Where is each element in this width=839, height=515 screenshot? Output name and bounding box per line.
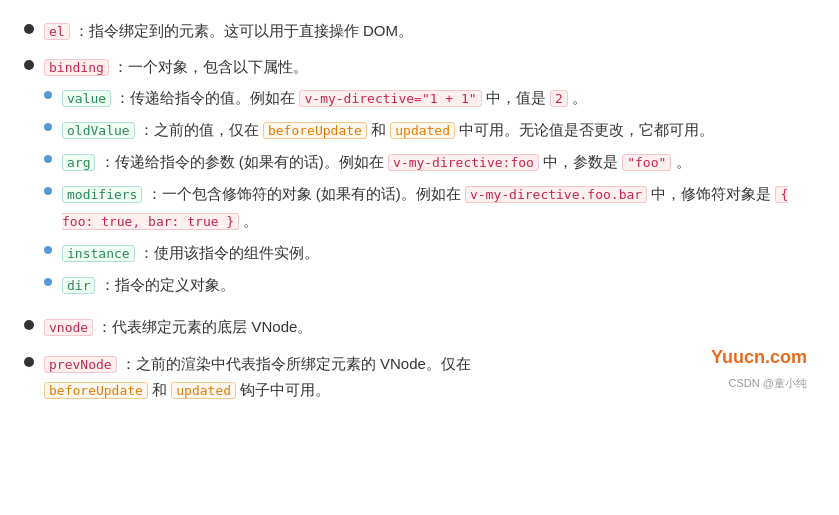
code-modifiers: modifiers <box>62 186 142 203</box>
bullet-value <box>44 91 52 99</box>
code-updated-1: updated <box>390 122 455 139</box>
oldvalue-text2: 和 <box>371 121 390 138</box>
code-value-example: v-my-directive="1 + 1" <box>299 90 481 107</box>
el-content: el ：指令绑定到的元素。这可以用于直接操作 DOM。 <box>44 18 807 44</box>
list-item-arg: arg ：传递给指令的参数 (如果有的话)。例如在 v-my-directive… <box>44 149 807 175</box>
arg-text3: 。 <box>676 153 691 170</box>
oldvalue-text1: ：之前的值，仅在 <box>139 121 263 138</box>
binding-content: binding ：一个对象，包含以下属性。 value ：传递给指令的值。例如在… <box>44 54 807 304</box>
dir-text: ：指令的定义对象。 <box>100 276 235 293</box>
instance-text: ：使用该指令的组件实例。 <box>139 244 319 261</box>
code-vnode: vnode <box>44 319 93 336</box>
bullet-prevnode <box>24 357 34 367</box>
code-value: value <box>62 90 111 107</box>
code-modifiers-example: v-my-directive.foo.bar <box>465 186 647 203</box>
dir-content: dir ：指令的定义对象。 <box>62 272 807 298</box>
list-item-el: el ：指令绑定到的元素。这可以用于直接操作 DOM。 <box>24 18 807 44</box>
code-el: el <box>44 23 70 40</box>
main-list: el ：指令绑定到的元素。这可以用于直接操作 DOM。 binding ：一个对… <box>24 18 807 403</box>
value-content: value ：传递给指令的值。例如在 v-my-directive="1 + 1… <box>62 85 807 111</box>
binding-header: binding ：一个对象，包含以下属性。 <box>44 54 807 80</box>
code-instance: instance <box>62 245 135 262</box>
prevnode-content: prevNode ：之前的渲染中代表指令所绑定元素的 VNode。仅在 befo… <box>44 351 807 404</box>
bullet-oldvalue <box>44 123 52 131</box>
value-text2: 中，值是 <box>486 89 550 106</box>
code-arg-example: v-my-directive:foo <box>388 154 539 171</box>
bullet-arg <box>44 155 52 163</box>
list-item-value: value ：传递给指令的值。例如在 v-my-directive="1 + 1… <box>44 85 807 111</box>
list-item-oldvalue: oldValue ：之前的值，仅在 beforeUpdate 和 updated… <box>44 117 807 143</box>
list-item-binding: binding ：一个对象，包含以下属性。 value ：传递给指令的值。例如在… <box>24 54 807 304</box>
binding-children: value ：传递给指令的值。例如在 v-my-directive="1 + 1… <box>44 85 807 299</box>
code-value-result: 2 <box>550 90 568 107</box>
oldvalue-text3: 中可用。无论值是否更改，它都可用。 <box>459 121 714 138</box>
code-updated-2: updated <box>171 382 236 399</box>
code-dir: dir <box>62 277 95 294</box>
vnode-content: vnode ：代表绑定元素的底层 VNode。 <box>44 314 807 340</box>
watermark-sub: CSDN @童小纯 <box>711 374 807 393</box>
watermark-main: Yuucn.com <box>711 342 807 374</box>
list-item-instance: instance ：使用该指令的组件实例。 <box>44 240 807 266</box>
binding-text: ：一个对象，包含以下属性。 <box>113 58 308 75</box>
arg-text2: 中，参数是 <box>543 153 622 170</box>
bullet-modifiers <box>44 187 52 195</box>
arg-content: arg ：传递给指令的参数 (如果有的话)。例如在 v-my-directive… <box>62 149 807 175</box>
bullet-instance <box>44 246 52 254</box>
code-prevnode: prevNode <box>44 356 117 373</box>
value-text1: ：传递给指令的值。例如在 <box>115 89 299 106</box>
prevnode-text2: 和 <box>152 381 171 398</box>
el-text: ：指令绑定到的元素。这可以用于直接操作 DOM。 <box>74 22 413 39</box>
list-item-modifiers: modifiers ：一个包含修饰符的对象 (如果有的话)。例如在 v-my-d… <box>44 181 807 234</box>
code-binding: binding <box>44 59 109 76</box>
code-beforeupdate-2: beforeUpdate <box>44 382 148 399</box>
content-area: el ：指令绑定到的元素。这可以用于直接操作 DOM。 binding ：一个对… <box>24 18 807 403</box>
prevnode-text1: ：之前的渲染中代表指令所绑定元素的 VNode。仅在 <box>121 355 471 372</box>
modifiers-text1: ：一个包含修饰符的对象 (如果有的话)。例如在 <box>147 185 465 202</box>
code-arg: arg <box>62 154 95 171</box>
bullet-dir <box>44 278 52 286</box>
vnode-text: ：代表绑定元素的底层 VNode。 <box>97 318 312 335</box>
bullet-vnode <box>24 320 34 330</box>
code-arg-result: "foo" <box>622 154 671 171</box>
modifiers-text2: 中，修饰符对象是 <box>651 185 775 202</box>
arg-text1: ：传递给指令的参数 (如果有的话)。例如在 <box>100 153 388 170</box>
list-item-vnode: vnode ：代表绑定元素的底层 VNode。 <box>24 314 807 340</box>
modifiers-content: modifiers ：一个包含修饰符的对象 (如果有的话)。例如在 v-my-d… <box>62 181 807 234</box>
value-text3: 。 <box>572 89 587 106</box>
list-item-dir: dir ：指令的定义对象。 <box>44 272 807 298</box>
oldvalue-content: oldValue ：之前的值，仅在 beforeUpdate 和 updated… <box>62 117 807 143</box>
prevnode-text3: 钩子中可用。 <box>240 381 330 398</box>
modifiers-text3: 。 <box>243 212 258 229</box>
instance-content: instance ：使用该指令的组件实例。 <box>62 240 807 266</box>
bullet-binding <box>24 60 34 70</box>
bullet-el <box>24 24 34 34</box>
list-item-prevnode: prevNode ：之前的渲染中代表指令所绑定元素的 VNode。仅在 befo… <box>24 351 807 404</box>
code-beforeupdate-1: beforeUpdate <box>263 122 367 139</box>
watermark: Yuucn.com CSDN @童小纯 <box>711 342 807 393</box>
code-oldvalue: oldValue <box>62 122 135 139</box>
